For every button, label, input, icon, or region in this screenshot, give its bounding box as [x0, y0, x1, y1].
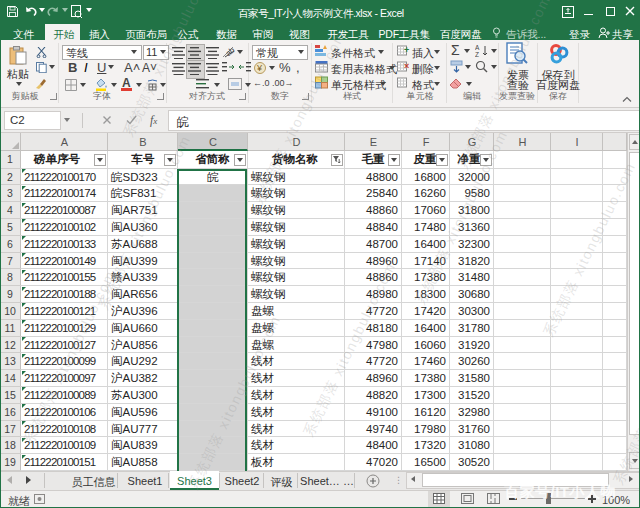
svg-text:Z: Z	[475, 51, 479, 57]
svg-text:×: ×	[404, 61, 409, 71]
svg-text:A: A	[475, 44, 480, 51]
svg-text:¥: ¥	[256, 63, 263, 73]
svg-text:+: +	[404, 45, 409, 55]
